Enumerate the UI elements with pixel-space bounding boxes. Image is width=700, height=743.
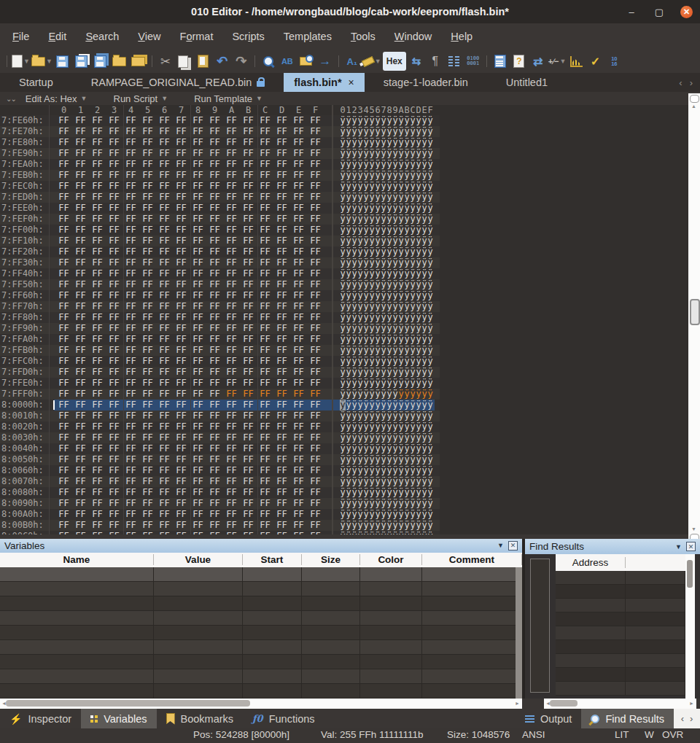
hex-byte[interactable]: FF (240, 476, 257, 487)
ascii-char[interactable]: ÿ (386, 225, 392, 236)
hex-byte[interactable]: FF (139, 257, 156, 268)
row-bytes[interactable]: FFFFFFFFFFFFFFFFFFFFFFFFFFFFFFFF (55, 225, 324, 236)
ascii-char[interactable]: ÿ (357, 192, 363, 203)
ascii-char[interactable]: ÿ (392, 203, 398, 214)
hex-byte[interactable]: FF (273, 170, 290, 181)
ascii-char[interactable]: ÿ (340, 400, 346, 411)
hex-byte[interactable]: FF (122, 411, 139, 421)
hex-byte[interactable]: FF (173, 279, 190, 290)
hex-byte[interactable]: FF (72, 225, 89, 236)
ascii-char[interactable]: ÿ (427, 159, 433, 170)
hex-byte[interactable]: FF (55, 301, 72, 312)
hex-byte[interactable]: FF (190, 465, 206, 476)
ascii-char[interactable]: ÿ (340, 257, 346, 268)
hex-byte[interactable]: FF (273, 214, 290, 225)
ascii-char[interactable]: ÿ (381, 520, 386, 531)
column-header-comment[interactable]: Comment (422, 554, 522, 565)
hex-byte[interactable]: FF (273, 356, 290, 367)
ascii-char[interactable]: ÿ (369, 181, 375, 192)
hex-byte[interactable]: FF (89, 159, 106, 170)
ascii-char[interactable]: ÿ (381, 531, 386, 534)
hex-byte[interactable]: FF (173, 126, 190, 137)
ascii-char[interactable]: ÿ (351, 236, 357, 246)
hex-byte[interactable]: FF (55, 115, 72, 126)
hex-byte[interactable]: FF (122, 421, 139, 432)
ascii-char[interactable]: ÿ (410, 509, 416, 520)
ascii-char[interactable]: ÿ (351, 509, 357, 520)
ascii-char[interactable]: ÿ (369, 225, 375, 236)
ascii-char[interactable]: ÿ (369, 334, 375, 345)
ascii-char[interactable]: ÿ (386, 279, 392, 290)
hex-byte[interactable]: FF (223, 181, 240, 192)
row-bytes[interactable]: FFFFFFFFFFFFFFFFFFFFFFFFFFFFFFFF (55, 126, 324, 137)
hex-byte[interactable]: FF (257, 192, 273, 203)
find-results-panel-titlebar[interactable]: Find Results ▼ ✕ (525, 539, 700, 554)
hex-byte[interactable]: FF (122, 148, 139, 159)
hex-byte[interactable]: FF (206, 214, 223, 225)
hex-byte[interactable]: FF (206, 301, 223, 312)
ascii-char[interactable]: ÿ (410, 443, 416, 454)
hex-byte[interactable]: FF (122, 454, 139, 465)
ascii-char[interactable]: ÿ (375, 476, 381, 487)
hex-byte[interactable]: FF (240, 465, 257, 476)
row-bytes[interactable]: FFFFFFFFFFFFFFFFFFFFFFFFFFFFFFFF (55, 531, 324, 534)
ascii-char[interactable]: ÿ (427, 531, 433, 534)
ascii-char[interactable]: ÿ (421, 181, 427, 192)
hex-byte[interactable]: FF (206, 345, 223, 356)
hex-byte[interactable]: FF (106, 268, 122, 279)
row-ascii[interactable]: ÿÿÿÿÿÿÿÿÿÿÿÿÿÿÿÿ (340, 520, 433, 531)
hex-byte[interactable]: FF (139, 159, 156, 170)
ascii-char[interactable]: ÿ (346, 148, 351, 159)
hex-byte[interactable]: FF (223, 334, 240, 345)
hex-byte[interactable]: FF (72, 345, 89, 356)
ascii-char[interactable]: ÿ (375, 520, 381, 531)
row-ascii[interactable]: ÿÿÿÿÿÿÿÿÿÿÿÿÿÿÿÿ (340, 203, 433, 214)
hex-byte[interactable]: FF (72, 268, 89, 279)
hex-byte[interactable]: FF (122, 389, 139, 400)
ascii-char[interactable]: ÿ (421, 225, 427, 236)
ascii-char[interactable]: ÿ (386, 115, 392, 126)
ascii-char[interactable]: ÿ (427, 400, 433, 411)
redo-button[interactable]: ↷ (233, 52, 250, 71)
ascii-char[interactable]: ÿ (340, 203, 346, 214)
hex-byte[interactable]: FF (290, 509, 307, 520)
row-bytes[interactable]: FFFFFFFFFFFFFFFFFFFFFFFFFFFFFFFF (55, 323, 324, 334)
ascii-char[interactable]: ÿ (410, 203, 416, 214)
hex-byte[interactable]: FF (240, 400, 257, 411)
ascii-char[interactable]: ÿ (404, 498, 410, 509)
hex-byte[interactable]: FF (156, 268, 173, 279)
hex-byte[interactable]: FF (307, 290, 324, 301)
hex-byte[interactable]: FF (257, 137, 273, 148)
hex-byte[interactable]: FF (290, 421, 307, 432)
ascii-char[interactable]: ÿ (392, 268, 398, 279)
word-wrap-button[interactable]: ⇆ (408, 52, 425, 71)
hex-byte[interactable]: FF (240, 246, 257, 257)
hex-byte[interactable]: FF (122, 334, 139, 345)
hex-byte[interactable]: FF (72, 389, 89, 400)
column-header-start[interactable]: Start (243, 554, 302, 565)
hex-byte[interactable]: FF (240, 148, 257, 159)
ascii-char[interactable]: ÿ (363, 268, 369, 279)
table-row[interactable] (0, 669, 522, 684)
hex-byte[interactable]: FF (106, 225, 122, 236)
hex-byte[interactable]: FF (55, 159, 72, 170)
hex-byte[interactable]: FF (190, 520, 206, 531)
hex-byte[interactable]: FF (122, 170, 139, 181)
ascii-char[interactable]: ÿ (351, 246, 357, 257)
hex-byte[interactable]: FF (89, 126, 106, 137)
hex-byte[interactable]: FF (89, 476, 106, 487)
hex-byte[interactable]: FF (89, 312, 106, 323)
hex-byte[interactable]: FF (55, 257, 72, 268)
hex-byte[interactable]: FF (190, 246, 206, 257)
find-results-scrollbar[interactable] (685, 554, 695, 699)
hex-byte[interactable]: FF (307, 312, 324, 323)
ascii-char[interactable]: ÿ (340, 148, 346, 159)
ascii-char[interactable]: ÿ (392, 181, 398, 192)
ascii-char[interactable]: ÿ (357, 268, 363, 279)
ascii-char[interactable]: ÿ (346, 290, 351, 301)
hex-byte[interactable]: FF (72, 432, 89, 443)
ascii-char[interactable]: ÿ (340, 115, 346, 126)
ascii-char[interactable]: ÿ (427, 476, 433, 487)
ascii-char[interactable]: ÿ (363, 389, 369, 400)
ascii-char[interactable]: ÿ (416, 334, 421, 345)
